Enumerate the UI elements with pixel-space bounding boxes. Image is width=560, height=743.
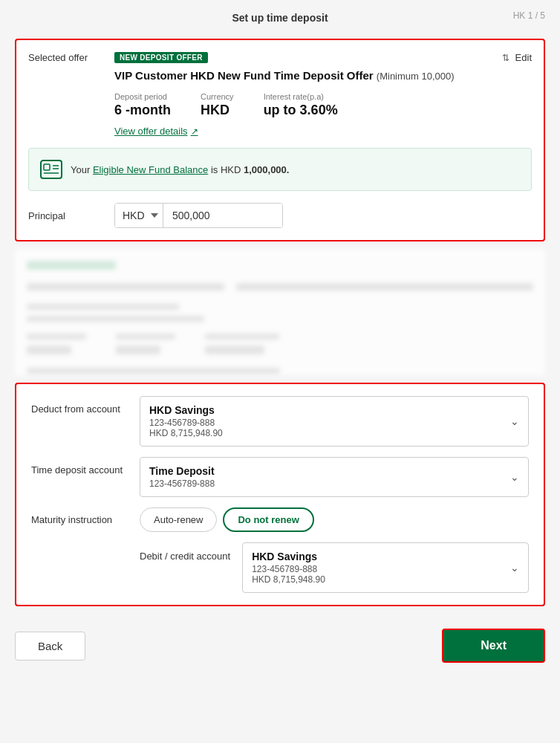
debit-credit-account-number: 123-456789-888 — [252, 564, 325, 574]
deduct-account-name: HKD Savings — [149, 404, 223, 416]
principal-row: Principal HKD USD CNY — [28, 203, 532, 228]
currency-item: Currency HKD — [201, 92, 234, 118]
debit-credit-row: Debit / credit account HKD Savings 123-4… — [140, 542, 529, 593]
deduct-chevron-icon: ⌄ — [510, 415, 519, 427]
time-deposit-label: Time deposit account — [31, 457, 128, 476]
principal-input-group: HKD USD CNY — [114, 203, 283, 228]
offer-details-grid: Deposit period 6 -month Currency HKD Int… — [114, 92, 532, 118]
deduct-from-account-row: Deduct from account HKD Savings 123-4567… — [31, 396, 529, 447]
min-amount: (Minimum 10,000) — [377, 71, 455, 82]
time-deposit-name: Time Deposit — [149, 465, 215, 477]
do-not-renew-button[interactable]: Do not renew — [223, 507, 313, 532]
page-header: Set up time deposit HK 1 / 5 — [0, 0, 560, 31]
page-title: Set up time deposit — [232, 12, 328, 24]
sort-icon: ⇅ — [502, 53, 509, 63]
edit-label: Edit — [515, 52, 532, 63]
maturity-label: Maturity instruction — [31, 514, 128, 525]
blurred-summary-section — [15, 249, 545, 375]
deduct-account-info: HKD Savings 123-456789-888 HKD 8,715,948… — [149, 404, 223, 438]
eligible-balance-text: Your Eligible New Fund Balance is HKD 1,… — [71, 164, 289, 175]
interest-rate-item: Interest rate(p.a) up to 3.60% — [264, 92, 338, 118]
svg-rect-1 — [44, 164, 50, 170]
deposit-period-label: Deposit period — [114, 92, 171, 101]
time-deposit-chevron-icon: ⌄ — [510, 471, 519, 483]
time-deposit-select[interactable]: Time Deposit 123-456789-888 ⌄ — [140, 457, 529, 497]
debit-credit-label: Debit / credit account — [140, 542, 230, 563]
deposit-period-item: Deposit period 6 -month — [114, 92, 171, 118]
selected-offer-section: Selected offer NEW DEPOSIT OFFER ⇅ Edit … — [15, 39, 545, 241]
account-settings-section: Deduct from account HKD Savings 123-4567… — [15, 383, 545, 606]
maturity-buttons-group: Auto-renew Do not renew — [140, 507, 314, 532]
interest-rate-label: Interest rate(p.a) — [264, 92, 338, 101]
deduct-account-wrapper: HKD Savings 123-456789-888 HKD 8,715,948… — [140, 396, 529, 447]
step-indicator: HK 1 / 5 — [513, 10, 545, 21]
deduct-account-balance: HKD 8,715,948.90 — [149, 428, 223, 438]
eligible-balance-box: Your Eligible New Fund Balance is HKD 1,… — [28, 148, 532, 191]
principal-label: Principal — [28, 210, 102, 221]
debit-credit-select-wrapper: HKD Savings 123-456789-888 HKD 8,715,948… — [242, 542, 529, 593]
debit-credit-chevron-icon: ⌄ — [510, 562, 519, 574]
auto-renew-button[interactable]: Auto-renew — [140, 507, 217, 532]
footer-buttons: Back Next — [0, 614, 560, 678]
debit-credit-account-info: HKD Savings 123-456789-888 HKD 8,715,948… — [252, 551, 325, 585]
time-deposit-account-row: Time deposit account Time Deposit 123-45… — [31, 457, 529, 497]
deposit-period-value: 6 -month — [114, 103, 171, 118]
time-deposit-wrapper: Time Deposit 123-456789-888 ⌄ — [140, 457, 529, 497]
back-button[interactable]: Back — [15, 632, 85, 661]
new-deposit-badge: NEW DEPOSIT OFFER — [114, 52, 208, 63]
next-button[interactable]: Next — [442, 629, 545, 663]
deduct-account-number: 123-456789-888 — [149, 418, 223, 428]
offer-title: VIP Customer HKD New Fund Time Deposit O… — [114, 68, 532, 83]
time-deposit-number: 123-456789-888 — [149, 478, 215, 489]
currency-value: HKD — [201, 103, 234, 118]
view-offer-link[interactable]: View offer details ↗ — [114, 126, 198, 137]
debit-credit-account-balance: HKD 8,715,948.90 — [252, 574, 325, 585]
selected-offer-label: Selected offer — [28, 52, 102, 137]
eligible-amount: 1,000,000. — [244, 164, 289, 175]
debit-credit-account-name: HKD Savings — [252, 551, 325, 562]
principal-amount-input[interactable] — [163, 204, 282, 227]
deduct-from-label: Deduct from account — [31, 396, 128, 415]
eligible-link[interactable]: Eligible New Fund Balance — [93, 164, 208, 175]
deduct-account-select[interactable]: HKD Savings 123-456789-888 HKD 8,715,948… — [140, 396, 529, 447]
offer-content: NEW DEPOSIT OFFER ⇅ Edit VIP Customer HK… — [114, 52, 532, 137]
external-link-icon: ↗ — [191, 126, 198, 137]
currency-select[interactable]: HKD USD CNY — [115, 204, 163, 227]
debit-credit-account-select[interactable]: HKD Savings 123-456789-888 HKD 8,715,948… — [242, 542, 529, 593]
interest-rate-value: up to 3.60% — [264, 103, 338, 118]
time-deposit-info: Time Deposit 123-456789-888 — [149, 465, 215, 489]
maturity-instruction-row: Maturity instruction Auto-renew Do not r… — [31, 507, 529, 532]
edit-button[interactable]: ⇅ Edit — [502, 52, 532, 63]
balance-icon — [39, 158, 63, 181]
currency-label: Currency — [201, 92, 234, 101]
